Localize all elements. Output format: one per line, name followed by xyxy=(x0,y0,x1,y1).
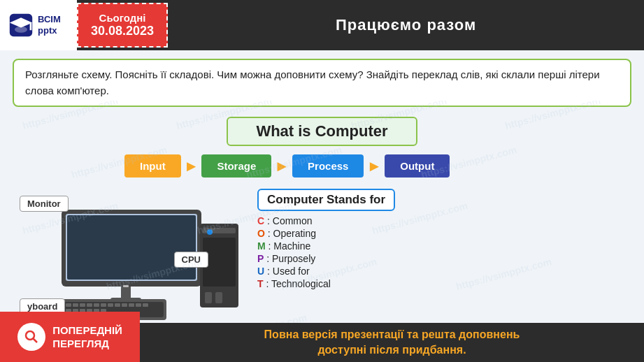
logo-area: ВСІМ pptx xyxy=(0,0,77,50)
svg-point-45 xyxy=(26,331,34,340)
preview-line1: ПОПЕРЕДНІЙ xyxy=(52,324,122,338)
logo-line2: pptx xyxy=(38,25,61,36)
bottom-bar: Повна версія презентації та решта доповн… xyxy=(140,323,644,362)
logo-icon xyxy=(8,13,34,38)
svg-point-3 xyxy=(15,27,27,33)
bottom-bar-text: Повна версія презентації та решта доповн… xyxy=(264,327,520,359)
date-value: 30.08.2023 xyxy=(91,24,154,38)
search-icon xyxy=(17,323,45,351)
preview-label: ПОПЕРЕДНІЙ ПЕРЕГЛЯД xyxy=(52,324,122,351)
bottom-bar-line2: доступні після придбання. xyxy=(264,342,520,358)
instruction-box: Розгляньте схему. Поясніть її складові. … xyxy=(13,59,631,107)
today-label: Сьогодні xyxy=(99,12,146,24)
preview-button[interactable]: ПОПЕРЕДНІЙ ПЕРЕГЛЯД xyxy=(0,312,140,362)
logo-line1: ВСІМ xyxy=(38,14,61,25)
date-box: Сьогодні 30.08.2023 xyxy=(77,3,168,48)
logo-text: ВСІМ pptx xyxy=(38,14,61,36)
svg-line-46 xyxy=(34,339,38,343)
preview-line2: ПЕРЕГЛЯД xyxy=(52,337,122,351)
instruction-text: Розгляньте схему. Поясніть її складові. … xyxy=(25,68,600,96)
bottom-bar-line1: Повна версія презентації та решта доповн… xyxy=(264,327,520,342)
svg-rect-2 xyxy=(30,22,32,30)
header: ВСІМ pptx Сьогодні 30.08.2023 Працюємо р… xyxy=(0,0,644,50)
header-title: Працюємо разом xyxy=(168,0,644,50)
